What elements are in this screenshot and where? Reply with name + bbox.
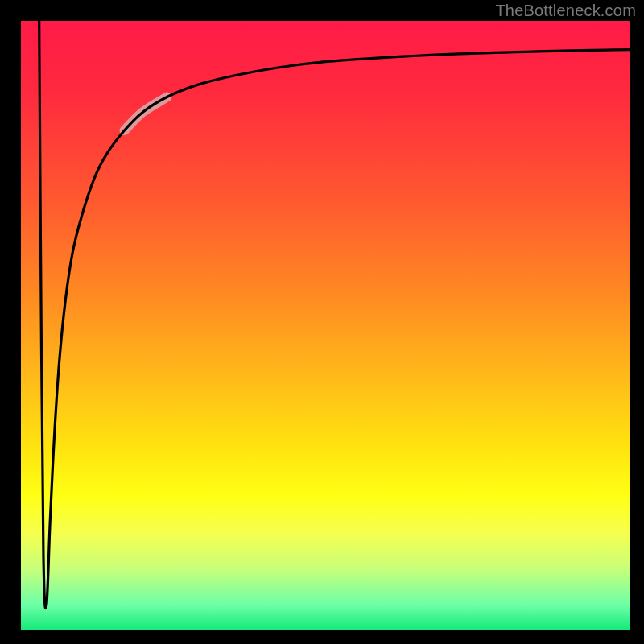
chart-frame: TheBottleneck.com — [0, 0, 644, 644]
plot-area — [21, 21, 630, 630]
highlight-segment — [125, 97, 167, 131]
curve-layer — [21, 21, 630, 630]
main-curve — [39, 21, 630, 609]
attribution-label: TheBottleneck.com — [495, 2, 636, 20]
